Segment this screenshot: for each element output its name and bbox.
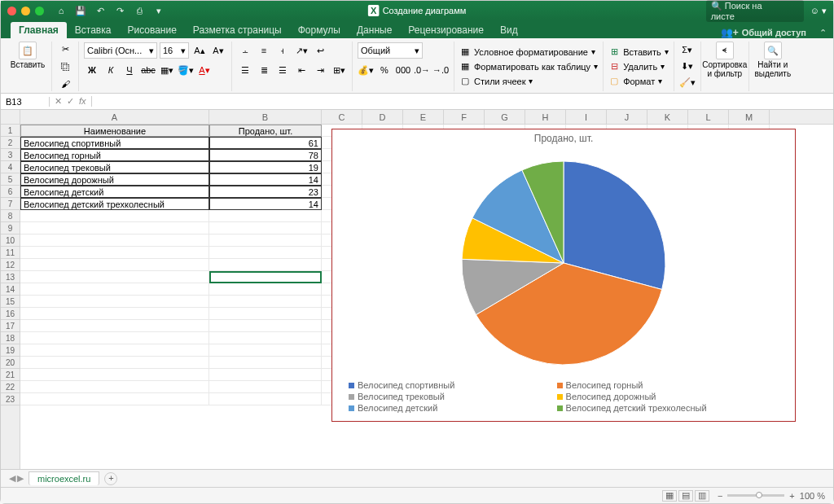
row-header[interactable]: 7: [1, 198, 20, 210]
row-header[interactable]: 23: [1, 393, 20, 405]
cell[interactable]: [20, 259, 209, 271]
column-header[interactable]: B: [209, 110, 322, 124]
table-data-cell[interactable]: 23: [209, 186, 322, 198]
table-data-cell[interactable]: Велосипед детский трехколесный: [20, 198, 209, 210]
column-header[interactable]: F: [444, 110, 485, 124]
search-input[interactable]: 🔍 Поиск на листе: [706, 0, 804, 22]
font-size-select[interactable]: 16▾: [160, 42, 189, 59]
number-format-select[interactable]: Общий▾: [358, 42, 423, 59]
row-header[interactable]: 16: [1, 308, 20, 320]
row-header[interactable]: 11: [1, 247, 20, 259]
row-header[interactable]: 6: [1, 186, 20, 198]
column-header[interactable]: D: [362, 110, 403, 124]
cell[interactable]: [20, 369, 209, 381]
cell[interactable]: [209, 283, 322, 296]
cell[interactable]: [20, 393, 209, 405]
spreadsheet-grid[interactable]: ABCDEFGHIJKLM 12345678910111213141516171…: [1, 110, 833, 469]
legend-item[interactable]: Велосипед трековый: [349, 392, 542, 401]
sort-filter-button[interactable]: ᗛ Сортировка и фильтр: [706, 42, 744, 78]
window-minimize-button[interactable]: [21, 7, 30, 15]
legend-item[interactable]: Велосипед детский трехколесный: [557, 403, 751, 413]
pie-chart[interactable]: Продано, шт.Велосипед спортивныйВелосипе…: [331, 129, 796, 422]
column-header[interactable]: H: [525, 110, 566, 124]
row-header[interactable]: 13: [1, 271, 20, 283]
cell[interactable]: [209, 259, 322, 271]
column-header[interactable]: M: [729, 110, 770, 124]
row-header[interactable]: 4: [1, 161, 20, 173]
qat-more-icon[interactable]: ▾: [153, 5, 165, 16]
column-header[interactable]: A: [20, 110, 209, 124]
legend-item[interactable]: Велосипед детский: [349, 403, 542, 413]
column-header[interactable]: G: [485, 110, 525, 124]
decrease-font-icon[interactable]: A▾: [210, 42, 226, 59]
sheet-nav-prev-icon[interactable]: ◀: [9, 473, 15, 484]
cell[interactable]: [20, 357, 209, 369]
view-page-layout-button[interactable]: ▤: [678, 490, 693, 502]
column-header[interactable]: K: [647, 110, 688, 124]
table-data-cell[interactable]: Велосипед детский: [20, 186, 209, 198]
table-data-cell[interactable]: 19: [209, 161, 322, 173]
copy-icon[interactable]: ⿻: [57, 59, 73, 74]
tab-insert[interactable]: Вставка: [67, 22, 120, 38]
tab-home[interactable]: Главная: [11, 22, 67, 38]
sheet-nav-next-icon[interactable]: ▶: [17, 473, 24, 484]
cell[interactable]: [20, 320, 209, 332]
merge-cells-icon[interactable]: ⊞▾: [331, 62, 347, 78]
column-header[interactable]: J: [607, 110, 647, 124]
cell[interactable]: [20, 381, 209, 393]
cell[interactable]: [209, 369, 322, 381]
format-as-table-button[interactable]: ▦Форматировать как таблицу ▾: [459, 59, 598, 74]
tab-data[interactable]: Данные: [349, 22, 400, 38]
row-header[interactable]: 20: [1, 357, 20, 369]
decrease-indent-icon[interactable]: ⇤: [293, 62, 309, 78]
tab-layout[interactable]: Разметка страницы: [185, 22, 290, 38]
increase-indent-icon[interactable]: ⇥: [312, 62, 328, 78]
cell[interactable]: [209, 332, 322, 344]
cell[interactable]: [20, 296, 209, 308]
zoom-out-button[interactable]: −: [718, 491, 722, 501]
bold-button[interactable]: Ж: [84, 62, 100, 78]
view-page-break-button[interactable]: ▥: [695, 490, 709, 502]
percent-icon[interactable]: %: [376, 62, 393, 78]
row-header[interactable]: 14: [1, 283, 20, 296]
tab-draw[interactable]: Рисование: [119, 22, 184, 38]
cells-insert-button[interactable]: ⊞Вставить ▾: [608, 45, 669, 59]
cell[interactable]: [20, 332, 209, 344]
table-data-cell[interactable]: 61: [209, 137, 322, 149]
cell[interactable]: [209, 308, 322, 320]
currency-icon[interactable]: 💰▾: [358, 62, 374, 78]
column-header[interactable]: C: [322, 110, 362, 124]
cell[interactable]: [20, 344, 209, 357]
cell[interactable]: [209, 222, 322, 234]
cut-icon[interactable]: ✂: [57, 42, 73, 57]
align-top-icon[interactable]: ⫠: [237, 42, 253, 59]
row-header[interactable]: 15: [1, 296, 20, 308]
underline-button[interactable]: Ч: [121, 62, 138, 78]
redo-icon[interactable]: ↷: [114, 5, 125, 16]
strike-button[interactable]: abc: [140, 62, 156, 78]
cell[interactable]: [20, 308, 209, 320]
cell[interactable]: [20, 222, 209, 234]
selected-cell[interactable]: [209, 271, 322, 283]
row-header[interactable]: 9: [1, 222, 20, 234]
user-icon[interactable]: ☺ ▾: [810, 6, 827, 16]
align-left-icon[interactable]: ☰: [237, 62, 253, 78]
cell[interactable]: [209, 344, 322, 357]
row-header[interactable]: 3: [1, 149, 20, 161]
font-color-button[interactable]: А▾: [196, 62, 213, 78]
comma-icon[interactable]: 000: [395, 62, 411, 78]
table-header-cell[interactable]: Наименование: [20, 125, 209, 137]
table-data-cell[interactable]: Велосипед трековый: [20, 161, 209, 173]
row-header[interactable]: 1: [1, 125, 20, 137]
increase-font-icon[interactable]: A▴: [191, 42, 208, 59]
format-painter-icon[interactable]: 🖌: [57, 76, 73, 91]
legend-item[interactable]: Велосипед дорожный: [557, 392, 751, 401]
row-header[interactable]: 5: [1, 173, 20, 186]
cell[interactable]: [20, 210, 209, 222]
wrap-text-icon[interactable]: ↩: [312, 42, 328, 59]
table-data-cell[interactable]: Велосипед горный: [20, 149, 209, 161]
cell[interactable]: [20, 283, 209, 296]
table-data-cell[interactable]: 14: [209, 198, 322, 210]
row-header[interactable]: 17: [1, 320, 20, 332]
row-header[interactable]: 12: [1, 259, 20, 271]
